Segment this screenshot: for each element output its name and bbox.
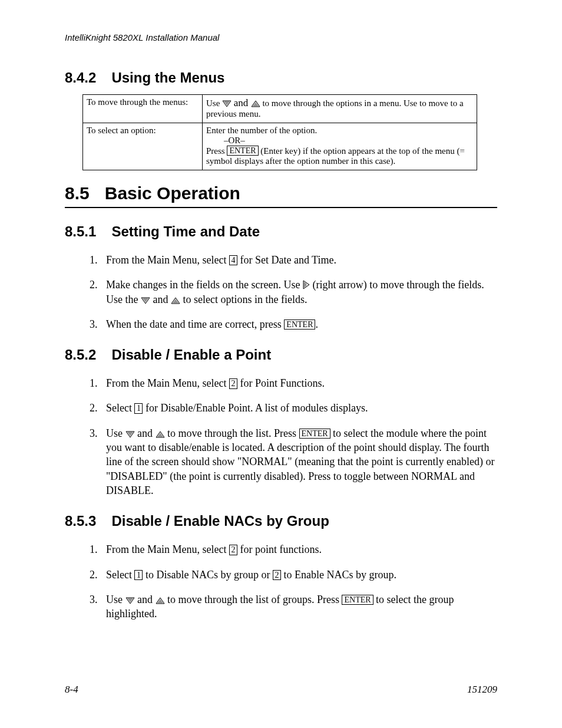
text: Press	[206, 146, 227, 156]
table-row: To select an option: Enter the number of…	[83, 123, 477, 170]
key-2-icon: 2	[229, 378, 237, 388]
down-arrow-icon	[125, 431, 135, 438]
list-item: Select 1 for Disable/Enable Point. A lis…	[100, 401, 497, 415]
heading-number: 8.5.1	[65, 223, 96, 240]
heading-number: 8.5.2	[65, 347, 96, 363]
list-item: Select 1 to Disable NACs by group or 2 t…	[100, 568, 497, 582]
steps-8-5-2: From the Main Menu, select 2 for Point F…	[82, 376, 497, 498]
text: Select	[106, 569, 134, 581]
down-arrow-icon	[141, 297, 150, 304]
heading-number: 8.4.2	[65, 70, 96, 86]
enter-key-icon: ENTER	[227, 146, 258, 156]
list-item: Use and to move through the list. Press …	[100, 426, 497, 498]
text: to Disable NACs by group or	[143, 569, 272, 581]
key-2-icon: 2	[229, 545, 237, 555]
steps-8-5-1: From the Main Menu, select 4 for Set Dat…	[82, 253, 497, 331]
down-arrow-icon	[222, 100, 232, 107]
menu-table: To move through the menus: Use and to mo…	[82, 94, 477, 170]
text-or: –OR–	[206, 136, 473, 146]
text: and	[150, 294, 171, 305]
list-item: From the Main Menu, select 2 for Point F…	[100, 376, 497, 390]
text: for Disable/Enable Point. A list of modu…	[143, 402, 368, 414]
heading-text: Disable / Enable NACs by Group	[111, 513, 329, 529]
text: From the Main Menu, select	[106, 377, 229, 389]
text: to Enable NACs by group.	[281, 569, 396, 581]
text: Use	[106, 594, 125, 605]
text: for Point Functions.	[237, 377, 325, 389]
table-cell-left: To move through the menus:	[83, 95, 203, 123]
heading-8-5-3: 8.5.3Disable / Enable NACs by Group	[65, 510, 497, 529]
right-arrow-icon	[303, 280, 310, 289]
list-item: From the Main Menu, select 2 for point f…	[100, 542, 497, 556]
down-arrow-icon	[125, 597, 135, 604]
text: Use	[106, 427, 125, 439]
text: to move through the list of groups. Pres…	[165, 594, 342, 605]
table-cell-right: Use and to move through the options in a…	[203, 95, 477, 123]
text: When the date and time are correct, pres…	[106, 318, 284, 330]
doc-number: 151209	[467, 684, 497, 696]
heading-number: 8.5	[65, 183, 90, 203]
text: to select options in the fields.	[180, 294, 307, 305]
list-item: When the date and time are correct, pres…	[100, 317, 497, 331]
heading-text: Setting Time and Date	[111, 223, 260, 239]
list-item: From the Main Menu, select 4 for Set Dat…	[100, 253, 497, 267]
heading-text: Basic Operation	[105, 183, 240, 203]
page-number: 8-4	[65, 684, 78, 696]
table-cell-right: Enter the number of the option. –OR– Pre…	[203, 123, 477, 170]
enter-key-icon: ENTER	[342, 595, 373, 605]
enter-key-icon: ENTER	[284, 319, 315, 330]
up-arrow-icon	[156, 431, 165, 438]
text: Use	[206, 98, 222, 108]
text: and	[135, 594, 156, 605]
list-item: Make changes in the fields on the screen…	[100, 278, 497, 307]
running-header: IntelliKnight 5820XL Installation Manual	[65, 32, 497, 42]
up-arrow-icon	[251, 100, 260, 107]
heading-8-4-2: 8.4.2Using the Menus	[65, 67, 497, 86]
text: and	[135, 427, 156, 439]
text: for point functions.	[237, 543, 322, 555]
key-4-icon: 4	[229, 255, 237, 265]
steps-8-5-3: From the Main Menu, select 2 for point f…	[82, 542, 497, 621]
heading-8-5: 8.5Basic Operation	[65, 183, 497, 208]
text: for Set Date and Time.	[237, 254, 336, 266]
key-2-icon: 2	[273, 570, 281, 580]
heading-number: 8.5.3	[65, 513, 96, 529]
text: to move through the list. Press	[165, 427, 299, 439]
text: Enter the number of the option.	[206, 126, 473, 136]
heading-text: Using the Menus	[111, 70, 224, 85]
enter-key-icon: ENTER	[299, 429, 330, 439]
text: From the Main Menu, select	[106, 543, 229, 555]
text: .	[315, 318, 318, 330]
text: Press ENTER (Enter key) if the option ap…	[206, 146, 473, 166]
heading-8-5-2: 8.5.2Disable / Enable a Point	[65, 344, 497, 363]
text: Make changes in the fields on the screen…	[106, 279, 303, 291]
table-row: To move through the menus: Use and to mo…	[83, 95, 477, 123]
list-item: Use and to move through the list of grou…	[100, 592, 497, 621]
table-cell-left: To select an option:	[83, 123, 203, 170]
page-footer: 8-4 151209	[65, 684, 497, 696]
text: and	[234, 97, 251, 108]
page: IntelliKnight 5820XL Installation Manual…	[0, 0, 562, 621]
heading-8-5-1: 8.5.1Setting Time and Date	[65, 221, 497, 240]
heading-text: Disable / Enable a Point	[111, 347, 271, 363]
text: Select	[106, 402, 134, 414]
text: From the Main Menu, select	[106, 254, 229, 266]
key-1-icon: 1	[134, 570, 143, 580]
up-arrow-icon	[156, 597, 165, 604]
up-arrow-icon	[171, 297, 180, 304]
key-1-icon: 1	[134, 403, 143, 413]
